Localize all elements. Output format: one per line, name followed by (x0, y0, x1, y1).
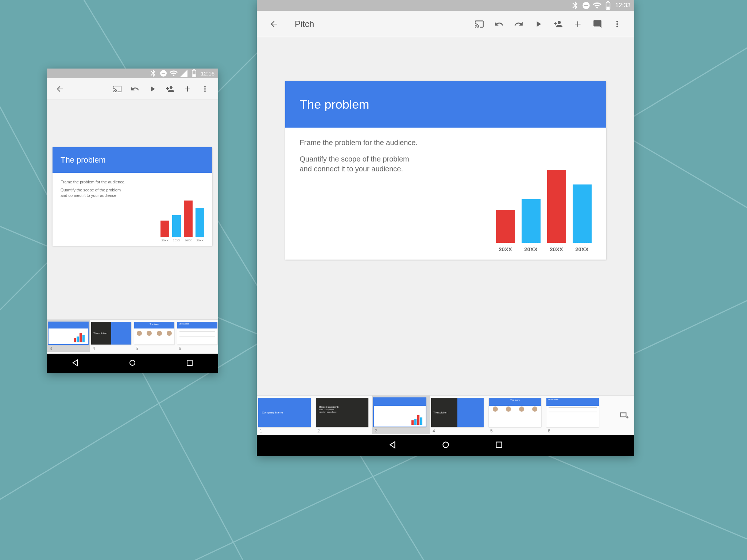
nav-recent-icon (494, 440, 504, 450)
thumbnail-number: 1 (258, 428, 313, 433)
share-button[interactable] (548, 15, 568, 33)
chart-xlabel: 20XX (496, 246, 515, 252)
chart-xlabel: 20XX (196, 239, 204, 242)
thumbnail-1[interactable]: Company Name1 (257, 396, 314, 434)
battery-icon (190, 69, 198, 78)
chart-bar (196, 208, 204, 237)
thumbnail-strip[interactable]: 3The solution4The team5Milestones6 (47, 319, 218, 354)
chart-xlabel: 20XX (547, 246, 566, 252)
nav-home-icon (128, 358, 137, 367)
status-time: 12:16 (201, 70, 214, 77)
thumbnail-4[interactable]: The solution4 (90, 320, 133, 352)
back-button[interactable] (264, 15, 284, 33)
more-button[interactable] (607, 15, 627, 33)
android-navbar (47, 354, 218, 373)
chart-bar (160, 221, 169, 237)
wifi-icon (169, 69, 178, 78)
chart-bar (522, 199, 541, 243)
plus-icon (183, 85, 192, 93)
thumbnail-3[interactable]: 3 (372, 396, 430, 434)
cast-button[interactable] (109, 80, 126, 98)
thumbnail-preview: Mission statement:Your company'smission … (316, 398, 368, 427)
nav-recent-button[interactable] (185, 358, 194, 369)
thumbnail-number: 2 (316, 428, 371, 433)
thumbnail-preview: The team (489, 398, 541, 427)
app-toolbar: Pitch (257, 11, 634, 37)
cast-icon (475, 19, 484, 29)
thumbnail-strip[interactable]: Company Name1Mission statement:Your comp… (257, 395, 634, 435)
thumbnail-5[interactable]: The team5 (487, 396, 545, 434)
nav-back-button[interactable] (71, 358, 80, 369)
nav-home-button[interactable] (128, 358, 137, 369)
thumbnail-number: 6 (177, 346, 217, 351)
share-button[interactable] (161, 80, 179, 98)
play-icon (534, 19, 543, 29)
thumbnail-number: 4 (431, 428, 486, 433)
app-toolbar (47, 78, 218, 100)
chart-bar (184, 201, 193, 237)
nav-back-icon (388, 440, 397, 450)
play-button[interactable] (529, 15, 548, 33)
android-navbar (257, 435, 634, 456)
comment-button[interactable] (588, 15, 607, 33)
new-slide-button[interactable] (614, 396, 634, 435)
undo-icon (131, 85, 139, 93)
plus-icon (573, 19, 582, 29)
chart-bar (496, 210, 515, 243)
slide-title: The problem (285, 81, 606, 128)
thumbnail-number: 3 (48, 346, 88, 351)
play-icon (148, 85, 157, 93)
battery-icon (603, 1, 613, 10)
slide-title: The problem (53, 147, 212, 173)
document-title[interactable]: Pitch (295, 19, 314, 29)
person-add-icon (553, 19, 563, 29)
phone-device: 12:16 The problem Frame the problem for … (47, 69, 218, 373)
thumbnail-3[interactable]: 3 (47, 320, 90, 352)
more-button[interactable] (196, 80, 214, 98)
bluetooth-icon (149, 69, 158, 78)
chart-bar (172, 215, 181, 237)
thumbnail-number: 5 (134, 346, 174, 351)
undo-button[interactable] (489, 15, 509, 33)
chart-xlabel: 20XX (573, 246, 592, 252)
current-slide[interactable]: The problem Frame the problem for the au… (285, 81, 606, 260)
nav-back-button[interactable] (388, 440, 397, 451)
back-button[interactable] (51, 80, 69, 98)
wifi-icon (592, 1, 602, 10)
slide-chart: 20XX20XX20XX20XX (160, 179, 204, 242)
thumbnail-5[interactable]: The team5 (133, 320, 176, 352)
thumbnail-preview: The solution (431, 398, 484, 427)
cast-button[interactable] (469, 15, 489, 33)
chart-xlabel: 20XX (522, 246, 541, 252)
thumbnail-4[interactable]: The solution4 (430, 396, 487, 434)
thumbnail-preview (374, 398, 426, 427)
more-vert-icon (612, 19, 622, 29)
slide-canvas[interactable]: The problem Frame the problem for the au… (257, 37, 634, 395)
status-time: 12:33 (615, 2, 631, 9)
nav-recent-icon (185, 358, 194, 367)
play-button[interactable] (144, 80, 161, 98)
slide-chart: 20XX20XX20XX20XX (496, 138, 592, 252)
thumbnail-6[interactable]: Milestones6 (545, 396, 603, 434)
nav-recent-button[interactable] (494, 440, 504, 451)
thumbnail-number: 4 (91, 346, 131, 351)
undo-button[interactable] (126, 80, 144, 98)
slide-canvas[interactable]: The problem Frame the problem for the au… (47, 100, 218, 319)
add-button[interactable] (179, 80, 196, 98)
nav-home-icon (441, 440, 450, 450)
thumbnail-preview (48, 322, 88, 345)
thumbnail-preview: The team (134, 322, 174, 345)
redo-button[interactable] (509, 15, 529, 33)
thumbnail-number: 5 (489, 428, 543, 433)
chart-xlabel: 20XX (172, 239, 181, 242)
comment-icon (593, 19, 602, 29)
arrow-back-icon (269, 19, 279, 29)
add-button[interactable] (568, 15, 588, 33)
thumbnail-preview: Company Name (258, 398, 311, 427)
thumbnail-2[interactable]: Mission statement:Your company'smission … (314, 396, 372, 434)
thumbnail-6[interactable]: Milestones6 (176, 320, 218, 352)
person-add-icon (166, 85, 174, 93)
nav-home-button[interactable] (441, 440, 450, 451)
current-slide[interactable]: The problem Frame the problem for the au… (53, 147, 212, 246)
thumbnail-preview: Milestones (546, 398, 599, 427)
